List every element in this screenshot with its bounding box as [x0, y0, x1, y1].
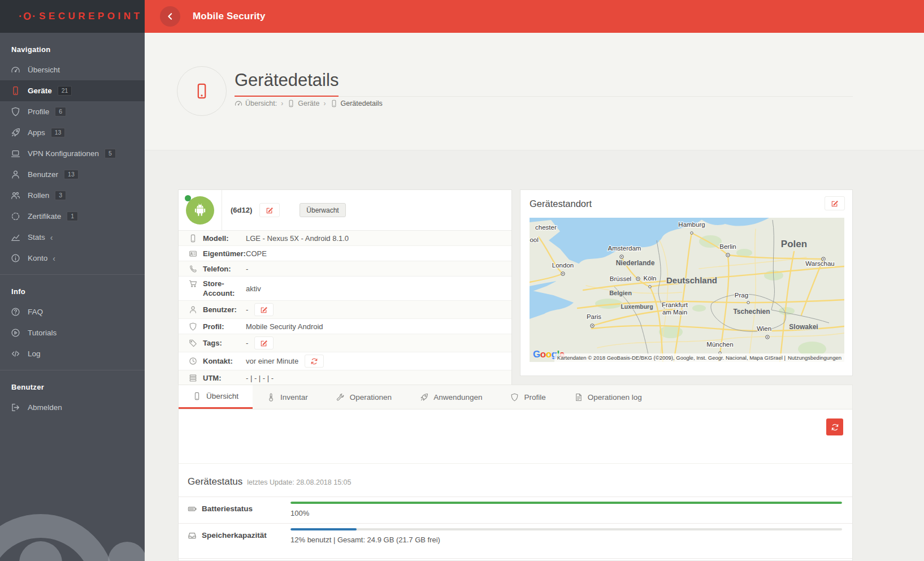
tab--bersicht[interactable]: Übersicht [179, 385, 253, 409]
sidebar-item-label: Übersicht [28, 66, 60, 74]
brand-logo[interactable]: ·O· SECUREPOINT [0, 0, 145, 33]
map-label: Frankfurt [662, 301, 688, 308]
sidebar-item-apps[interactable]: Apps13 [0, 122, 145, 143]
sidebar-item-benutzer[interactable]: Benutzer13 [0, 164, 145, 185]
rocket-icon [11, 128, 20, 137]
android-robot-icon [192, 202, 209, 219]
edit-icon [260, 306, 268, 314]
collapse-chevron-icon[interactable]: ‹ [50, 234, 53, 241]
row-value-text: - [246, 339, 248, 347]
row-value: aktiv [246, 284, 261, 293]
wrench-icon [336, 393, 345, 402]
row-label: Modell: [189, 234, 246, 243]
status-table: Batteriestatus100%Speicherkapazität12% b… [179, 497, 852, 559]
certificate-icon [11, 212, 20, 221]
back-button[interactable] [160, 6, 180, 27]
sidebar-item-label: Abmelden [28, 403, 62, 412]
thermometer-icon [267, 393, 275, 402]
row-value-text: aktiv [246, 284, 261, 293]
collapse-chevron-icon[interactable]: ‹ [53, 254, 55, 262]
rocket-icon [420, 393, 428, 402]
map-label: Berlin [719, 243, 736, 250]
tab-label: Anwendungen [433, 393, 482, 402]
status-label-text: Batteriestatus [202, 504, 253, 523]
tab-profile[interactable]: Profile [496, 385, 559, 409]
sidebar-item-stats[interactable]: Stats‹ [0, 227, 145, 248]
edit-icon [266, 206, 274, 214]
map-label: Amsterdam [608, 245, 641, 252]
tab-inventar[interactable]: Inventar [253, 385, 322, 409]
user-icon [11, 170, 20, 179]
terms-link[interactable]: Nutzungsbedingungen [788, 355, 841, 361]
shield-icon [11, 107, 20, 116]
panel-toolbar [179, 409, 852, 464]
row-value: - [246, 303, 274, 316]
last-update-timestamp: letztes Update: 28.08.2018 15:05 [247, 478, 351, 486]
device-detail-rows: Modell:LGE - Nexus 5X - Android 8.1.0Eig… [179, 231, 511, 386]
users-icon [11, 191, 20, 200]
row-value: - [246, 265, 248, 273]
sidebar-item-abmelden[interactable]: Abmelden [0, 397, 145, 418]
sidebar-item-rollen[interactable]: Rollen3 [0, 185, 145, 206]
shield-icon [189, 322, 197, 331]
breadcrumb-item-1[interactable]: Geräte [287, 100, 319, 107]
user-icon [189, 305, 197, 314]
detail-tabs: ÜbersichtInventarOperationenAnwendungenP… [178, 385, 853, 409]
edit-location-button[interactable] [825, 196, 845, 210]
row-value-text: Mobile Security Android [246, 322, 323, 331]
row-label: Eigentümer: [189, 249, 246, 258]
map-card: Gerätestandort [520, 189, 853, 376]
sidebar-item-vpn-konfigurationen[interactable]: VPN Konfigurationen5 [0, 143, 145, 164]
sidebar-item-label: Rollen [28, 191, 49, 200]
sidebar-item-profile[interactable]: Profile6 [0, 101, 145, 122]
phone-icon [11, 86, 20, 96]
status-value: 100% [290, 497, 852, 523]
shield-icon [510, 393, 519, 402]
row-value-text: - [246, 305, 248, 314]
sidebar-item-ger-te[interactable]: Geräte21 [0, 80, 145, 101]
row-value: LGE - Nexus 5X - Android 8.1.0 [246, 234, 349, 243]
tab-anwendungen[interactable]: Anwendungen [406, 385, 496, 409]
row-label: Store-Account: [189, 279, 246, 298]
sidebar-item-konto[interactable]: Konto‹ [0, 248, 145, 269]
edit-tags-button[interactable] [254, 336, 274, 349]
sidebar-item-zertifikate[interactable]: Zertifikate1 [0, 206, 145, 227]
refresh-icon [831, 423, 839, 431]
progress-bar [290, 528, 842, 530]
breadcrumb-item-0[interactable]: Übersicht: [235, 100, 277, 107]
row-label-text: Benutzer: [203, 305, 237, 314]
device-location-map[interactable]: chesterpoolLondonAmsterdamNiederlandeHam… [530, 218, 844, 362]
tab-label: Übersicht [206, 392, 238, 400]
status-row-batteriestatus: Batteriestatus100% [179, 497, 852, 524]
sidebar-section-header: Navigation [0, 36, 145, 59]
refresh-kontakt-button[interactable] [305, 355, 324, 368]
sidebar-item-log[interactable]: Log [0, 343, 145, 364]
map-label: chester [535, 224, 557, 231]
edit-benutzer-button[interactable] [254, 303, 274, 316]
map-label: Paris [587, 313, 601, 320]
map-label: Tschechien [733, 308, 770, 316]
breadcrumb: Übersicht:›Geräte›Gerätedetails [235, 100, 383, 107]
map-label: Luxemburg [621, 303, 653, 310]
sidebar-item--bersicht[interactable]: Übersicht [0, 59, 145, 80]
sidebar-item-label: Log [28, 349, 41, 358]
row-label-text: Store-Account: [203, 279, 246, 298]
count-badge: 6 [55, 107, 66, 116]
gauge-icon [235, 100, 242, 107]
device-name: (6d12) [231, 206, 252, 214]
breadcrumb-separator: › [324, 100, 326, 107]
refresh-status-button[interactable] [826, 418, 843, 435]
sidebar-item-label: Geräte [28, 87, 52, 95]
row-label-text: Kontakt: [203, 356, 233, 366]
breadcrumb-item-2[interactable]: Gerätedetails [330, 100, 383, 107]
sidebar-item-faq[interactable]: FAQ [0, 301, 145, 322]
sidebar-section-1: InfoFAQTutorialsLog [0, 274, 145, 370]
row-value: vor einer Minute [246, 355, 324, 368]
sidebar-item-tutorials[interactable]: Tutorials [0, 322, 145, 343]
status-label-text: Speicherkapazität [202, 531, 267, 558]
topbar-title: Mobile Security [193, 11, 266, 22]
edit-device-name-button[interactable] [259, 203, 280, 217]
status-label: Speicherkapazität [179, 524, 290, 558]
tab-operationen[interactable]: Operationen [322, 385, 406, 409]
tab-operationen-log[interactable]: Operationen log [560, 385, 656, 409]
